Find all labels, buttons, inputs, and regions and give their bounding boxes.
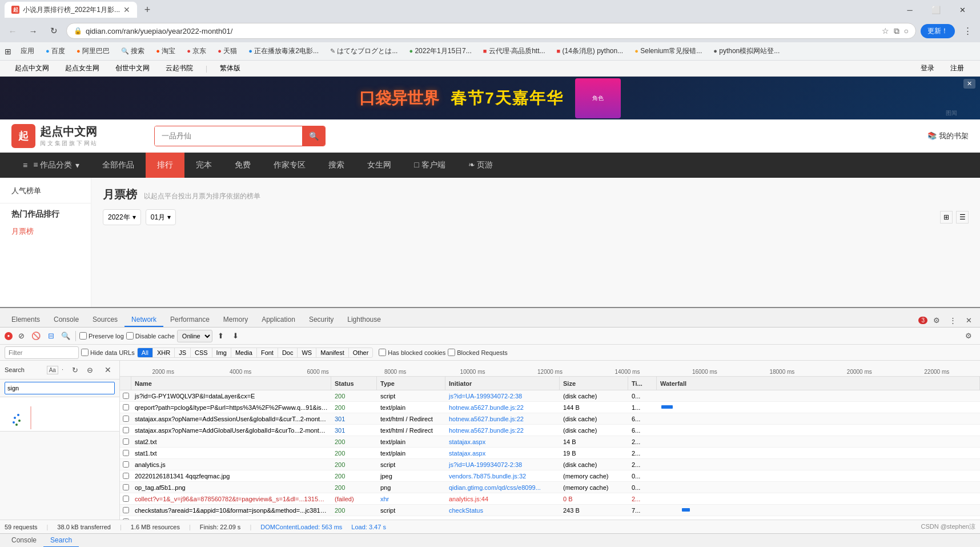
dt-bottom-tab-console[interactable]: Console xyxy=(5,534,43,548)
header-size[interactable]: Size xyxy=(560,377,628,390)
header-type[interactable]: Type xyxy=(377,377,445,390)
import-button[interactable]: ⬆ xyxy=(215,330,227,342)
nav-item-client[interactable]: □ 客户端 xyxy=(403,153,456,178)
search-button[interactable]: 🔍 xyxy=(59,330,72,342)
disable-cache-input[interactable] xyxy=(126,332,134,340)
header-status[interactable]: Status xyxy=(331,377,377,390)
type-filter-all[interactable]: All xyxy=(138,348,152,357)
dt-tab-network[interactable]: Network xyxy=(124,313,163,327)
stop-recording-button[interactable]: ⊘ xyxy=(15,330,27,342)
site-search-button[interactable]: 🔍 xyxy=(302,126,325,146)
grid-view-button[interactable]: ⊞ xyxy=(940,211,953,223)
year-filter[interactable]: 2022年▾ xyxy=(103,209,141,225)
url-bar[interactable]: 🔒 qidian.com/rank/yuepiao/year2022-month… xyxy=(66,23,916,39)
type-filter-js[interactable]: JS xyxy=(174,348,190,357)
bookmark-taobao[interactable]: ● 淘宝 xyxy=(151,45,180,57)
blocked-requests-checkbox[interactable]: Blocked Requests xyxy=(448,349,508,356)
table-row[interactable]: analytics.js 200 script js?id=UA-1999340… xyxy=(120,459,980,470)
site-search-input[interactable] xyxy=(155,126,302,146)
type-filter-doc[interactable]: Doc xyxy=(278,348,298,357)
nav-item-author[interactable]: 作家专区 xyxy=(262,153,317,178)
search-close-icon[interactable]: ✕ xyxy=(101,363,115,377)
export-button[interactable]: ⬇ xyxy=(230,330,242,342)
menu-button[interactable]: ⋮ xyxy=(959,23,975,39)
row-checkbox[interactable] xyxy=(123,416,129,422)
search-dot-icon[interactable]: · xyxy=(62,366,63,374)
nav-item-complete[interactable]: 完本 xyxy=(184,153,223,178)
dt-tab-application[interactable]: Application xyxy=(255,313,302,327)
bookmark-jd[interactable]: ● 京东 xyxy=(182,45,211,57)
bookmark-cloud[interactable]: ■ 云代理·高品质htt... xyxy=(479,45,550,57)
filter-button[interactable]: ⊟ xyxy=(45,330,57,342)
star-icon[interactable]: ☆ xyxy=(882,26,889,35)
bookmark-baidu[interactable]: ● 百度 xyxy=(41,45,70,57)
bookmark-selenium[interactable]: ● Selenium常见报错... xyxy=(630,45,706,57)
bookmark-alibaba[interactable]: ● 阿里巴巴 xyxy=(72,45,114,57)
search-clear-icon[interactable]: ⊖ xyxy=(83,363,97,377)
row-checkbox[interactable] xyxy=(123,404,129,410)
bookshelf-button[interactable]: 📚 我的书架 xyxy=(927,131,969,141)
site-nav-yunqi[interactable]: 云起书院 xyxy=(162,63,196,73)
hide-data-urls-input[interactable] xyxy=(81,349,89,356)
banner-close-button[interactable]: ✕ xyxy=(963,79,975,89)
login-link[interactable]: 登录 xyxy=(916,62,939,74)
row-checkbox[interactable] xyxy=(123,461,129,468)
record-button[interactable]: ● xyxy=(5,332,13,340)
minimize-button[interactable]: ─ xyxy=(897,1,923,19)
nav-item-classify[interactable]: ≡≡ 作品分类▾ xyxy=(11,153,91,178)
table-row[interactable]: js?id=G-PY1W0QLV3P&l=dataLayer&cx=E 200 … xyxy=(120,390,980,402)
table-row[interactable]: statajax.aspx?opName=AddGlobalUser&globa… xyxy=(120,425,980,436)
reload-button[interactable]: ↻ xyxy=(46,23,62,39)
search-aa-button[interactable]: Aa xyxy=(47,366,58,374)
preserve-log-input[interactable] xyxy=(79,332,87,340)
nav-item-all[interactable]: 全部作品 xyxy=(91,153,146,178)
table-row[interactable]: checkstatus?areaid=1&appid=10&format=jso… xyxy=(120,505,980,516)
bookmark-python2[interactable]: ● python模拟网站登... xyxy=(709,45,784,57)
row-checkbox[interactable] xyxy=(123,507,129,513)
dt-tab-performance[interactable]: Performance xyxy=(163,313,216,327)
bookmark-apps[interactable]: 应用 xyxy=(16,45,39,57)
row-checkbox[interactable] xyxy=(123,484,129,490)
footer-load[interactable]: Load: 3.47 s xyxy=(351,524,386,530)
bookmark-python[interactable]: ■ (14条消息) python... xyxy=(552,45,628,57)
nav-item-nvsheng[interactable]: 女生网 xyxy=(356,153,403,178)
account-icon[interactable]: ○ xyxy=(904,26,909,35)
row-checkbox[interactable] xyxy=(123,473,129,479)
register-link[interactable]: 注册 xyxy=(946,62,969,74)
type-filter-ws[interactable]: WS xyxy=(297,348,316,357)
new-tab-button[interactable]: + xyxy=(139,2,155,18)
type-filter-manifest[interactable]: Manifest xyxy=(316,348,348,357)
tab-close-button[interactable]: ✕ xyxy=(123,5,130,14)
dt-bottom-tab-search[interactable]: Search xyxy=(43,534,79,548)
row-checkbox[interactable] xyxy=(123,438,129,445)
footer-dom-content[interactable]: DOMContentLoaded: 563 ms xyxy=(260,524,342,530)
table-row[interactable]: op_tag.af5b1..png 200 png qidian.gtimg.c… xyxy=(120,482,980,493)
disable-cache-checkbox[interactable]: Disable cache xyxy=(126,332,175,340)
type-filter-css[interactable]: CSS xyxy=(190,348,212,357)
blocked-cookies-checkbox[interactable]: Has blocked cookies xyxy=(379,349,445,356)
site-nav-nvsheng[interactable]: 起点女生网 xyxy=(62,63,103,73)
row-checkbox[interactable] xyxy=(123,393,129,399)
blocked-requests-input[interactable] xyxy=(448,349,455,356)
table-row[interactable]: collect?v=1&_v=j96&a=878560782&t=pagevie… xyxy=(120,493,980,505)
header-time[interactable]: Ti... xyxy=(628,377,657,390)
dt-tab-security[interactable]: Security xyxy=(302,313,340,327)
dt-close-icon[interactable]: ✕ xyxy=(962,313,975,327)
back-button[interactable]: ← xyxy=(5,23,21,39)
table-row[interactable]: stat2.txt 200 text/plain statajax.aspx 1… xyxy=(120,436,980,448)
type-filter-other[interactable]: Other xyxy=(348,348,373,357)
close-button[interactable]: ✕ xyxy=(949,1,975,19)
dt-tab-sources[interactable]: Sources xyxy=(86,313,124,327)
list-view-button[interactable]: ☰ xyxy=(956,211,969,223)
filter-input[interactable] xyxy=(5,346,79,359)
table-row[interactable]: statajax.aspx?opName=AddSessionUser&glob… xyxy=(120,413,980,425)
search-text-input[interactable] xyxy=(5,382,115,394)
forward-button[interactable]: → xyxy=(25,23,41,39)
nav-item-game[interactable]: ❧ 页游 xyxy=(457,153,505,178)
dt-settings-2-icon[interactable]: ⚙ xyxy=(962,329,975,343)
bookmark-tianmao[interactable]: ● 天猫 xyxy=(213,45,242,57)
bookmark-hatena[interactable]: ✎ はてなブログとは... xyxy=(326,45,402,57)
bookmark-movie[interactable]: ● 正在播放毒液2电影... xyxy=(244,45,323,57)
month-filter[interactable]: 01月▾ xyxy=(146,209,176,225)
dt-more-icon[interactable]: ⋮ xyxy=(946,313,959,327)
